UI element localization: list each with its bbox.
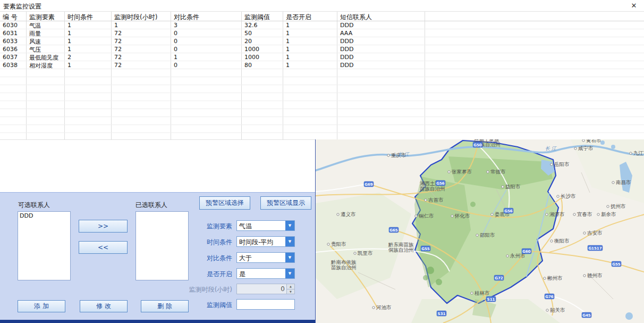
enabled-select[interactable]: 是 ▼ [236,268,295,279]
warning-area-display-button[interactable]: 预警区域显示 [260,196,311,210]
delete-button[interactable]: 删 除 [141,300,189,312]
table-row[interactable] [0,93,644,101]
table-cell: DDD [337,61,425,69]
table-row[interactable]: 6030气温11332.61DDD [0,21,644,29]
table-cell: 1 [283,53,337,61]
table-row[interactable]: 6038相对湿度1720801DDD [0,61,644,69]
table-cell: 1 [283,21,337,29]
svg-text:G55: G55 [612,262,621,267]
warning-area-select-button[interactable]: 预警区域选择 [199,196,250,210]
table-cell [171,109,242,117]
table-cell: 相对湿度 [27,61,65,69]
province-dark-patch [470,202,476,207]
chevron-down-icon[interactable]: ▼ [285,253,294,262]
table-row[interactable] [0,125,644,133]
table-cell [27,117,65,125]
water-label: 长 江 [545,146,557,151]
table-row[interactable] [0,117,644,125]
table-cell: 1 [112,21,171,29]
monitor-hours-spinner: 0 ▲ ▼ [236,284,295,294]
city-marker-icon [337,213,339,216]
table-row[interactable]: 6037最低能见度272110001DDD [0,53,644,61]
table-cell [283,133,337,139]
close-icon[interactable]: ✕ [629,2,639,10]
table-cell: AAA [337,29,425,37]
table-cell: 1 [283,37,337,45]
table-row[interactable]: 6036气压172010001DDD [0,45,644,53]
table-cell [65,133,112,139]
table-cell [337,69,425,77]
table-row[interactable] [0,77,644,85]
table-cell [27,69,65,77]
modify-button[interactable]: 修 改 [80,300,128,312]
compare-condition-select[interactable]: 大于 ▼ [236,252,295,263]
map-label: 张家界市 [452,169,472,175]
time-condition-select[interactable]: 时间段-平均 ▼ [236,236,295,247]
lake-small [625,312,633,320]
road-shield: G60 [522,249,531,254]
monitor-element-value: 气温 [237,221,285,230]
table-cell: 1 [65,61,112,69]
map-svg[interactable]: 重庆市长 江长 江恩施土家族苗族自治州黄石市咸宁市九江市岳阳市常德市张家界市湘西… [316,139,644,323]
table-row[interactable] [0,69,644,77]
spinner-down-icon[interactable]: ▼ [287,289,294,294]
road-shield: G65 [389,227,399,233]
table-cell [242,77,283,85]
contact-item[interactable]: DDD [18,212,70,220]
available-contacts-list[interactable]: DDD [18,211,71,280]
spinner-buttons: ▲ ▼ [286,284,294,294]
table-cell [171,133,242,139]
city-marker-icon [546,309,548,311]
table-cell [425,12,644,21]
table-cell: 风速 [27,37,65,45]
city-marker-icon [583,232,586,234]
move-left-button[interactable]: << [79,241,128,254]
table-cell [0,101,27,109]
table-row[interactable]: 6031雨量1720501AAA [0,29,644,37]
spinner-up-icon[interactable]: ▲ [287,284,294,289]
table-row[interactable]: 6033风速1720201DDD [0,37,644,45]
map-region[interactable]: 重庆市长 江长 江恩施土家族苗族自治州黄石市咸宁市九江市岳阳市常德市张家界市湘西… [315,139,644,323]
move-right-button[interactable]: >> [79,220,128,233]
table-cell [283,117,337,125]
table-row[interactable] [0,109,644,117]
road-shield: G56 [436,180,445,186]
selected-contacts-label: 已选联系人 [135,201,167,210]
table-row[interactable] [0,133,644,139]
table-cell: DDD [337,37,425,45]
city-marker-icon [582,139,584,142]
threshold-input[interactable] [236,299,295,310]
chevron-down-icon[interactable]: ▼ [285,237,294,246]
table-cell: 雨量 [27,29,65,37]
table-cell [425,53,644,61]
table-cell: 1000 [242,53,283,61]
chevron-down-icon[interactable]: ▼ [285,269,294,278]
chevron-down-icon[interactable]: ▼ [285,221,294,230]
city-marker-icon [573,213,575,216]
svg-text:G65: G65 [389,228,398,233]
monitor-table: 编 号监测要素时间条件监测时段(小时)对比条件监测阈值是否开启短信联系人 603… [0,12,644,139]
map-label: 铜仁市 [418,213,434,219]
table-cell: 2 [65,53,112,61]
table-cell [27,77,65,85]
table-cell: 1 [65,37,112,45]
city-marker-icon [544,277,546,279]
table-cell [65,69,112,77]
table-row[interactable] [0,101,644,109]
table-row[interactable] [0,85,644,93]
add-button[interactable]: 添 加 [18,300,65,312]
bottom-area: 预警区域选择 预警区域显示 可选联系人 已选联系人 DDD >> << 监测要素… [0,139,644,323]
table-cell [27,101,65,109]
road-shield: G76 [545,294,554,299]
map-label: 南昌市 [616,179,631,185]
city-marker-icon [425,199,427,201]
enabled-value: 是 [237,269,285,278]
road-shield: G55 [421,246,430,251]
monitor-element-select[interactable]: 气温 ▼ [236,220,295,231]
road-shield: G56 [504,208,513,213]
table-cell [283,125,337,132]
table-cell [337,133,425,139]
city-marker-icon [574,147,577,150]
table-cell [337,125,425,132]
table-header-cell: 是否开启 [283,12,337,21]
